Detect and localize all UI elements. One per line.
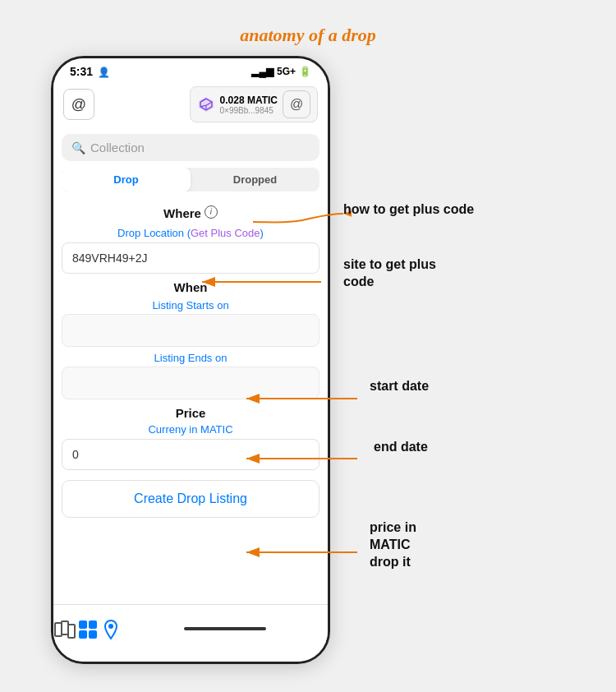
wallet-amount: 0.028 MATIC xyxy=(220,95,278,106)
when-section: When Listing Starts on Listing Ends on xyxy=(62,280,319,399)
tab-drop[interactable]: Drop xyxy=(62,168,191,191)
currency-label: Curreny in MATIC xyxy=(62,423,319,436)
svg-rect-7 xyxy=(62,621,68,634)
wallet-display[interactable]: 0.028 MATIC 0×99Bb...9845 @ xyxy=(190,86,318,122)
at-icon-left: @ xyxy=(71,96,86,113)
annotation-siteplus: site to get pluscode xyxy=(343,256,436,291)
svg-rect-11 xyxy=(79,630,87,639)
create-drop-listing-button[interactable]: Create Drop Listing xyxy=(62,480,319,518)
search-icon: 🔍 xyxy=(71,141,85,155)
listing-ends-label: Listing Ends on xyxy=(62,352,319,364)
nav-pin[interactable] xyxy=(99,618,122,641)
page-title: anatomy of a drop xyxy=(0,25,616,46)
home-indicator xyxy=(184,627,266,630)
arrow-siteplus xyxy=(194,270,342,294)
svg-rect-6 xyxy=(55,623,62,636)
header-bar: @ 0.028 MATIC 0×99Bb...9845 @ xyxy=(53,81,328,127)
nav-grid[interactable] xyxy=(76,618,99,641)
search-bar[interactable]: 🔍 Collection xyxy=(62,134,319,161)
info-icon[interactable]: i xyxy=(205,205,218,219)
tab-dropped[interactable]: Dropped xyxy=(191,168,319,191)
signal-icon: ▂▄▆ xyxy=(251,66,274,77)
listing-starts-label: Listing Starts on xyxy=(62,299,319,311)
listing-starts-input[interactable] xyxy=(62,314,319,347)
where-header: Where xyxy=(163,206,201,220)
arrow-startdate xyxy=(238,390,374,407)
svg-rect-8 xyxy=(68,625,75,638)
annotation-pluscode: how to get plus code xyxy=(343,201,474,219)
arrow-pluscode xyxy=(220,197,352,238)
price-header: Price xyxy=(62,406,319,420)
header-at-left[interactable]: @ xyxy=(63,89,94,120)
arrow-enddate xyxy=(238,450,374,467)
status-icons: ▂▄▆ 5G+ 🔋 xyxy=(251,66,311,77)
grid-icon xyxy=(76,618,99,641)
status-time: 5:31 👤 xyxy=(70,65,110,78)
map-icon xyxy=(53,618,76,641)
wallet-info: 0.028 MATIC 0×99Bb...9845 xyxy=(220,95,278,115)
arrow-price xyxy=(238,544,374,561)
annotation-startdate: start date xyxy=(370,378,429,395)
nav-map[interactable] xyxy=(53,618,76,641)
network-label: 5G+ xyxy=(277,66,296,77)
tab-bar: Drop Dropped xyxy=(62,168,319,191)
svg-point-13 xyxy=(108,624,113,629)
svg-rect-9 xyxy=(79,620,87,629)
annotation-price: price inMATICdrop it xyxy=(370,519,416,570)
content-area: Where i Drop Location (Get Plus Code) 84… xyxy=(53,200,328,526)
wallet-address: 0×99Bb...9845 xyxy=(220,106,278,115)
svg-rect-12 xyxy=(89,630,97,639)
search-placeholder: Collection xyxy=(90,141,145,155)
bottom-nav xyxy=(53,604,328,662)
battery-icon: 🔋 xyxy=(299,66,311,77)
wallet-at-icon[interactable]: @ xyxy=(283,90,310,118)
svg-rect-10 xyxy=(89,620,97,629)
status-bar: 5:31 👤 ▂▄▆ 5G+ 🔋 xyxy=(53,58,328,81)
phone-frame: 5:31 👤 ▂▄▆ 5G+ 🔋 @ 0.028 MATIC xyxy=(51,56,330,664)
annotation-enddate: end date xyxy=(374,439,428,456)
pin-icon xyxy=(99,618,122,641)
polygon-logo-icon xyxy=(197,95,215,113)
